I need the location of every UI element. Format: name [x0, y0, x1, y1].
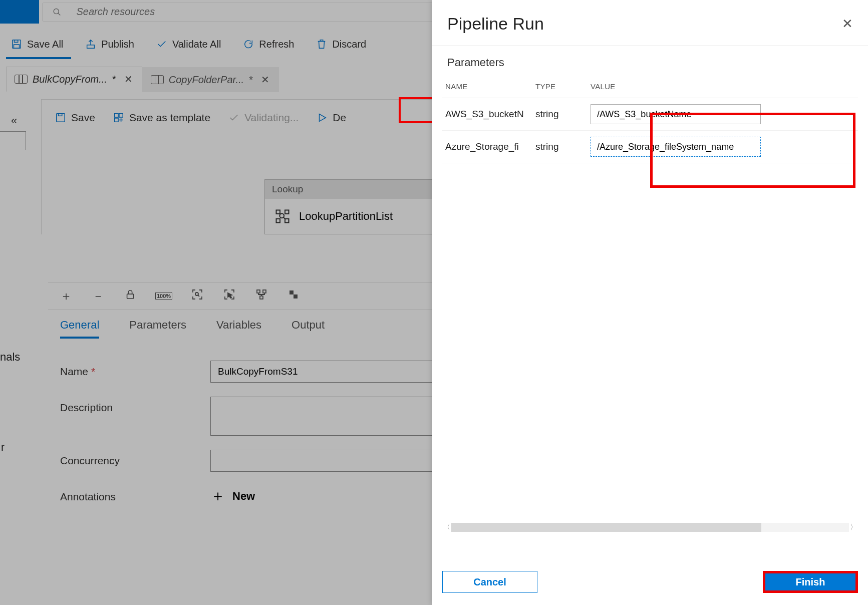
activity-type: Lookup: [272, 184, 303, 194]
save-template-label: Save as template: [129, 112, 210, 124]
validate-all-button[interactable]: Validate All: [156, 39, 221, 50]
check-icon: [156, 39, 167, 50]
save-template-button[interactable]: Save as template: [113, 112, 210, 124]
new-label: New: [232, 490, 255, 503]
param-value-input[interactable]: [591, 104, 761, 124]
layout-icon[interactable]: [254, 288, 268, 304]
add-icon[interactable]: ＋: [59, 288, 73, 304]
annotations-label: Annotations: [60, 486, 210, 503]
tab-label: CopyFolderPar...: [169, 74, 244, 86]
svg-rect-12: [276, 219, 280, 223]
close-icon[interactable]: ✕: [842, 16, 853, 32]
svg-rect-7: [58, 114, 62, 116]
svg-rect-3: [14, 40, 18, 43]
pipeline-icon: [15, 75, 28, 84]
horizontal-scrollbar[interactable]: 〈 〉: [442, 522, 858, 533]
scroll-left-icon[interactable]: 〈: [442, 523, 451, 532]
side-text-fragment: nals: [0, 351, 20, 364]
publish-icon: [85, 39, 96, 50]
detail-tabs: General Parameters Variables Output: [60, 319, 325, 339]
publish-button[interactable]: Publish: [85, 39, 134, 50]
tab-bulkcopy[interactable]: BulkCopyFrom... * ✕: [6, 67, 142, 92]
activity-name: LookupPartitionList: [299, 210, 393, 223]
scroll-right-icon[interactable]: 〉: [849, 523, 858, 532]
zoom-fit-icon[interactable]: [190, 288, 204, 304]
svg-line-19: [198, 295, 199, 296]
discard-label: Discard: [332, 39, 366, 50]
close-icon[interactable]: ✕: [261, 74, 269, 86]
svg-rect-5: [87, 45, 95, 48]
save-icon: [11, 39, 22, 50]
svg-rect-21: [263, 290, 266, 293]
debug-button[interactable]: De: [317, 112, 346, 124]
description-label: Description: [60, 397, 210, 414]
tab-label: BulkCopyFrom...: [33, 74, 107, 85]
search-icon: [53, 8, 61, 17]
activity-body: LookupPartitionList: [265, 199, 454, 234]
svg-rect-9: [119, 114, 123, 117]
lookup-icon: [275, 209, 290, 224]
refresh-button[interactable]: Refresh: [243, 39, 294, 50]
publish-label: Publish: [101, 39, 134, 50]
refresh-icon: [243, 39, 254, 50]
svg-rect-11: [276, 210, 280, 214]
scroll-thumb[interactable]: [451, 523, 761, 532]
svg-rect-13: [285, 210, 289, 214]
trash-icon: [316, 39, 327, 50]
svg-rect-4: [14, 45, 20, 48]
snap-icon[interactable]: [286, 288, 301, 304]
svg-rect-24: [294, 294, 298, 298]
validate-all-label: Validate All: [172, 39, 221, 50]
concurrency-label: Concurrency: [60, 450, 210, 467]
brand-block: [0, 0, 39, 24]
pipeline-run-panel: Pipeline Run ✕ Parameters NAME TYPE VALU…: [432, 0, 868, 605]
panel-title: Pipeline Run: [447, 14, 544, 34]
cancel-button[interactable]: Cancel: [442, 571, 537, 593]
col-type: TYPE: [532, 77, 588, 98]
param-value-input[interactable]: [591, 137, 761, 157]
save-button[interactable]: Save: [55, 112, 95, 124]
param-name: AWS_S3_bucketN: [442, 98, 532, 131]
param-type: string: [532, 98, 588, 131]
remove-icon[interactable]: －: [91, 288, 105, 304]
scroll-track[interactable]: [451, 523, 849, 532]
svg-rect-10: [115, 118, 118, 122]
discard-button[interactable]: Discard: [316, 39, 366, 50]
tab-copyfolder[interactable]: CopyFolderPar... * ✕: [142, 67, 279, 92]
panel-footer: Cancel Finish: [442, 571, 858, 593]
tab-parameters[interactable]: Parameters: [129, 319, 186, 339]
svg-rect-6: [57, 114, 65, 122]
play-icon: [317, 112, 328, 123]
side-text-fragment2: r: [1, 441, 5, 454]
active-indicator: [6, 57, 71, 59]
tab-general[interactable]: General: [60, 319, 99, 339]
close-icon[interactable]: ✕: [124, 73, 133, 85]
svg-point-15: [279, 213, 284, 218]
save-all-button[interactable]: Save All: [11, 39, 63, 50]
select-icon[interactable]: [222, 288, 236, 304]
collapse-sidebar-button[interactable]: «: [11, 114, 17, 127]
svg-rect-17: [127, 294, 134, 298]
tab-variables[interactable]: Variables: [216, 319, 261, 339]
name-label: Name *: [60, 361, 210, 378]
tab-output[interactable]: Output: [292, 319, 325, 339]
zoom-100-icon[interactable]: 100%: [155, 292, 172, 300]
validating-status: Validating...: [228, 112, 299, 124]
refresh-label: Refresh: [259, 39, 294, 50]
sidebar-box: [0, 131, 26, 150]
parameters-heading: Parameters: [432, 46, 868, 77]
save-label: Save: [71, 112, 95, 124]
param-name: Azure_Storage_fi: [442, 131, 532, 163]
finish-button[interactable]: Finish: [763, 571, 858, 593]
save-icon: [55, 112, 66, 123]
svg-rect-20: [257, 290, 260, 293]
activity-lookup[interactable]: Lookup LookupPartitionList: [264, 179, 455, 234]
svg-line-1: [58, 13, 60, 15]
plus-icon: ＋: [210, 486, 225, 506]
parameters-table: NAME TYPE VALUE AWS_S3_bucketN string Az…: [442, 77, 858, 163]
tab-dirty: *: [249, 74, 253, 86]
lock-icon[interactable]: [123, 289, 137, 303]
col-name: NAME: [442, 77, 532, 98]
param-type: string: [532, 131, 588, 163]
new-annotation-button[interactable]: ＋ New: [210, 486, 255, 506]
